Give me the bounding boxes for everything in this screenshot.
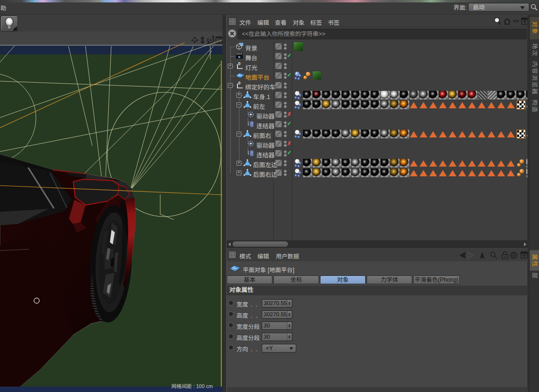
svg-text:网格间距 : 100 cm: 网格间距 : 100 cm	[171, 383, 213, 389]
svg-text:0: 0	[238, 62, 241, 66]
svg-text:0: 0	[238, 81, 241, 85]
